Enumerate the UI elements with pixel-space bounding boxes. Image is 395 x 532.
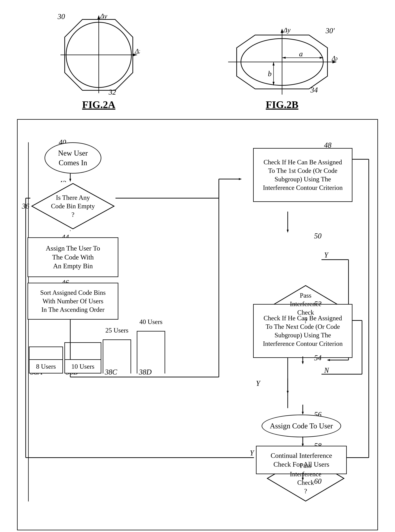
ref-54: 54 <box>314 354 322 362</box>
svg-text:Δx: Δx <box>135 47 140 55</box>
bin-38c-label: 25 Users <box>100 327 134 334</box>
svg-marker-61 <box>287 391 289 394</box>
bin-38d-label: 40 Users <box>134 318 168 325</box>
svg-text:Y: Y <box>324 251 329 259</box>
svg-text:a: a <box>299 50 303 58</box>
fig3-flowchart: Y N Y <box>17 119 378 530</box>
svg-marker-37 <box>239 178 242 180</box>
fig2b-svg: Δy Δx a b 34 <box>227 28 337 96</box>
y-label-54: Y <box>256 379 260 387</box>
sort-bins-box: Sort Assigned Code BinsWith Number Of Us… <box>27 283 118 320</box>
fig3-wrapper: Y N Y <box>9 119 386 532</box>
fig2b-diagram: 30' Δy Δx a <box>227 28 337 96</box>
svg-marker-2 <box>97 15 100 19</box>
assign-empty-box: Assign The User ToThe Code WithAn Empty … <box>27 237 118 277</box>
assign-code-oval: Assign Code To User <box>262 415 341 437</box>
bin-38a: 8 Users <box>29 359 63 373</box>
fig2a-container: 30 Δy Δx 32 FIG.2A <box>49 14 148 111</box>
svg-text:34: 34 <box>310 86 318 94</box>
fig2-section: 30 Δy Δx 32 FIG.2A 30' <box>0 0 395 116</box>
svg-text:Δy: Δy <box>100 14 107 20</box>
svg-marker-42 <box>287 230 289 233</box>
svg-text:Y: Y <box>250 449 254 457</box>
svg-marker-18 <box>282 57 285 59</box>
bin-38a-tall <box>29 347 63 360</box>
check-1st-box: Check If He Can Be AssignedTo The 1st Co… <box>253 148 352 202</box>
ref-30: 30 <box>58 12 65 21</box>
bin-38d-tall <box>137 331 165 373</box>
fig2a-svg: Δy Δx 32 <box>58 14 140 96</box>
svg-text:N: N <box>324 366 329 374</box>
fig2b-container: 30' Δy Δx a <box>218 28 346 111</box>
svg-text:32: 32 <box>109 88 116 96</box>
svg-text:Δy: Δy <box>283 28 291 34</box>
svg-marker-11 <box>281 29 284 33</box>
arrow-56-58 <box>300 437 306 447</box>
svg-marker-87 <box>302 412 304 415</box>
svg-text:b: b <box>268 70 272 78</box>
fig2a-label: FIG.2A <box>82 99 115 111</box>
is-empty-diamond: Is There AnyCode Bin Empty? <box>30 182 115 230</box>
bin-38b: 10 Users <box>64 359 101 373</box>
bin-38b-tall <box>64 342 101 360</box>
ref-30prime: 30' <box>326 27 335 35</box>
svg-marker-22 <box>273 62 274 65</box>
bin-38c-tall <box>103 339 131 373</box>
fig2b-label: FIG.2B <box>266 99 298 111</box>
svg-marker-46 <box>327 359 330 361</box>
ref-50: 50 <box>314 232 322 240</box>
fig2a-diagram: 30 Δy Δx 32 <box>58 14 140 96</box>
arrow-54y-56 <box>300 405 306 415</box>
svg-marker-27 <box>69 179 71 182</box>
svg-marker-85 <box>302 361 304 364</box>
svg-text:Δx: Δx <box>331 54 337 62</box>
ref-36: 36 <box>22 202 29 210</box>
new-user-box: New UserComes In <box>44 142 101 174</box>
